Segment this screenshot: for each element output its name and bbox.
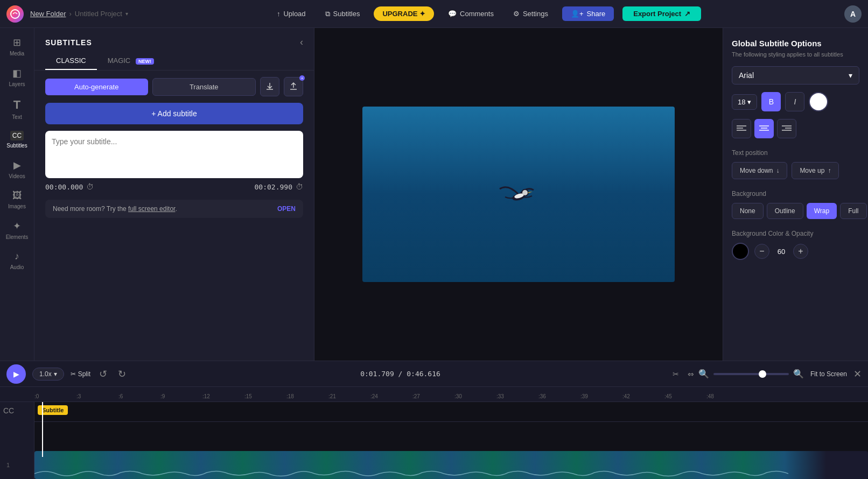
- upload-button[interactable]: ↑ Upload: [271, 6, 311, 21]
- tab-magic[interactable]: MAGIC NEW!: [97, 52, 165, 70]
- sidebar-item-media[interactable]: ⊞ Media: [2, 32, 32, 61]
- timecode-end-icon[interactable]: ⏱: [296, 182, 303, 191]
- panel-close-button[interactable]: ‹: [300, 37, 303, 48]
- bg-color-circle[interactable]: [732, 243, 749, 260]
- settings-button[interactable]: ⚙ Settings: [508, 6, 554, 21]
- opacity-decrease-button[interactable]: −: [754, 244, 769, 259]
- video-track-row: 1: [34, 451, 868, 479]
- split-button[interactable]: ✂ Split: [71, 370, 90, 378]
- fullscreen-editor-link[interactable]: full screen editor: [128, 205, 175, 213]
- elements-icon: ✦: [13, 220, 21, 232]
- zoom-in-button[interactable]: 🔍: [793, 369, 804, 379]
- track-number: 1: [6, 462, 10, 468]
- ruler-mark-9: :9: [160, 393, 202, 399]
- upgrade-button[interactable]: UPGRADE ✦: [374, 6, 434, 21]
- folder-link[interactable]: New Folder: [30, 10, 66, 18]
- bg-outline-button[interactable]: Outline: [767, 203, 803, 219]
- download-icon-button[interactable]: [260, 77, 279, 96]
- split-icon: ✂: [71, 370, 76, 378]
- speed-chevron-icon: ▾: [54, 370, 57, 378]
- arrows-icon: ⇔: [688, 370, 694, 378]
- font-size-selector[interactable]: 18 ▾: [732, 94, 757, 110]
- comments-button[interactable]: 💬 Comments: [443, 6, 499, 21]
- redo-button[interactable]: ↻: [116, 366, 128, 382]
- upload-icon-button[interactable]: +: [284, 77, 303, 96]
- move-up-button[interactable]: Move up ↑: [792, 162, 839, 179]
- timecode-display: 0:01.709 / 0:46.616: [135, 370, 666, 378]
- sidebar-item-videos[interactable]: ▶ Videos: [2, 155, 32, 184]
- undo-button[interactable]: ↺: [97, 366, 109, 382]
- ruler-mark-33: :33: [496, 393, 538, 399]
- breadcrumb: New Folder › Untitled Project ▾: [30, 10, 128, 18]
- subtitles-button[interactable]: ⧉ Subtitles: [320, 6, 366, 22]
- right-panel-subtitle: The following styling applies to all sub…: [732, 51, 859, 58]
- ruler-mark-21: :21: [328, 393, 370, 399]
- video-canvas: [362, 107, 675, 282]
- avatar[interactable]: A: [844, 5, 862, 23]
- share-button[interactable]: 👤+ Share: [562, 6, 614, 21]
- font-selector[interactable]: Arial ▾: [732, 66, 859, 84]
- align-right-button[interactable]: [777, 119, 796, 138]
- bg-none-button[interactable]: None: [732, 203, 764, 219]
- bg-color-label: Background Color & Opacity: [732, 230, 859, 237]
- bold-button[interactable]: B: [761, 92, 781, 111]
- ruler-marks: :0 :3 :6 :9 :12 :15 :18 :21 :24 :27 :30 …: [34, 393, 748, 399]
- opacity-increase-button[interactable]: +: [793, 244, 808, 259]
- sidebar-item-audio[interactable]: ♪ Audio: [2, 246, 32, 274]
- video-area: [314, 28, 723, 361]
- sidebar-label-videos: Videos: [9, 173, 25, 179]
- sidebar-label-text: Text: [12, 114, 22, 120]
- svg-point-4: [522, 190, 528, 195]
- sidebar-item-elements[interactable]: ✦ Elements: [2, 216, 32, 244]
- close-timeline-button[interactable]: ✕: [853, 368, 862, 380]
- open-fullscreen-link[interactable]: OPEN: [277, 205, 296, 213]
- panel-header: SUBTITLES ‹: [34, 28, 314, 52]
- timecode-start: 00:00.000 ⏱: [45, 182, 94, 191]
- ruler-mark-42: :42: [622, 393, 664, 399]
- translate-button[interactable]: Translate: [152, 78, 256, 96]
- fit-to-screen-button[interactable]: Fit to Screen: [810, 370, 847, 378]
- video-strip[interactable]: [34, 451, 868, 479]
- play-button[interactable]: ▶: [6, 364, 26, 384]
- align-center-button[interactable]: [754, 119, 774, 138]
- autogenerate-button[interactable]: Auto-generate: [45, 79, 148, 95]
- bg-wrap-button[interactable]: Wrap: [807, 203, 837, 219]
- export-button[interactable]: Export Project ↗: [622, 6, 701, 21]
- subtitle-input-area[interactable]: [45, 131, 303, 178]
- add-subtitle-button[interactable]: + Add subtitle: [45, 103, 303, 124]
- ruler-mark-0: :0: [34, 393, 76, 399]
- sidebar-item-subtitles[interactable]: CC Subtitles: [2, 126, 32, 153]
- right-panel: Global Subtitle Options The following st…: [723, 28, 868, 361]
- align-left-button[interactable]: [732, 119, 751, 138]
- project-chevron[interactable]: ▾: [125, 11, 128, 17]
- timecode-start-icon[interactable]: ⏱: [86, 182, 94, 191]
- tab-classic[interactable]: CLASSIC: [45, 52, 97, 70]
- playhead[interactable]: [42, 402, 43, 457]
- bird-svg: [497, 178, 540, 210]
- zoom-slider[interactable]: [713, 373, 789, 375]
- sidebar-item-layers[interactable]: ◧ Layers: [2, 63, 32, 91]
- speed-selector[interactable]: 1.0x ▾: [32, 368, 64, 381]
- timeline-ruler: :0 :3 :6 :9 :12 :15 :18 :21 :24 :27 :30 …: [0, 387, 868, 402]
- text-position-label: Text position: [732, 149, 859, 157]
- sidebar-item-text[interactable]: T Text: [2, 94, 32, 124]
- app-logo[interactable]: [6, 5, 24, 23]
- italic-button[interactable]: I: [785, 92, 804, 111]
- icon-sidebar: ⊞ Media ◧ Layers T Text CC Subtitles ▶ V…: [0, 28, 34, 361]
- subtitle-track-label: CC: [0, 402, 34, 479]
- bg-full-button[interactable]: Full: [840, 203, 866, 219]
- move-down-button[interactable]: Move down ↓: [732, 162, 787, 179]
- scissors-icon: ✂: [673, 370, 679, 378]
- sidebar-item-images[interactable]: 🖼 Images: [2, 186, 32, 214]
- ruler-mark-48: :48: [706, 393, 748, 399]
- subtitles-panel: SUBTITLES ‹ CLASSIC MAGIC NEW! Auto-gene…: [34, 28, 314, 361]
- zoom-out-button[interactable]: 🔍: [698, 369, 709, 379]
- subtitle-textarea[interactable]: [52, 137, 297, 170]
- export-icon: ↗: [684, 10, 690, 18]
- zoom-thumb[interactable]: [759, 370, 766, 378]
- text-color-picker[interactable]: [809, 92, 828, 111]
- subtitles-icon: ⧉: [325, 10, 330, 18]
- ruler-mark-39: :39: [580, 393, 622, 399]
- text-icon: T: [13, 98, 20, 112]
- timeline-tracks: CC Subtitle 1: [0, 402, 868, 479]
